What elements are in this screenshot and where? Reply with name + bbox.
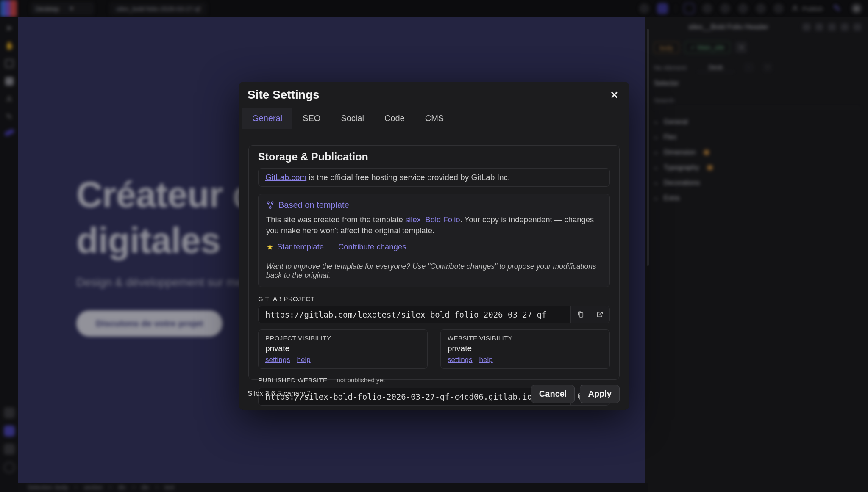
website-settings-link[interactable]: settings — [448, 356, 473, 364]
gitlab-info-box: GitLab.com is the official free hosting … — [258, 168, 610, 187]
tab-social[interactable]: Social — [331, 108, 374, 129]
website-visibility-box: WEBSITE VISIBILITY private settings help — [440, 329, 610, 369]
site-settings-dialog: Site Settings × General SEO Social Code … — [239, 82, 629, 410]
tab-cms[interactable]: CMS — [415, 108, 454, 129]
based-on-template-label: Based on template — [278, 200, 349, 210]
open-external-button[interactable] — [590, 306, 609, 323]
contribute-changes-link[interactable]: Contribute changes — [338, 242, 406, 252]
app-version-text: Silex 3.6.5-canary.7 — [248, 390, 311, 398]
external-link-icon — [596, 310, 604, 318]
project-help-link[interactable]: help — [297, 356, 311, 364]
gitlab-project-url-input[interactable] — [259, 306, 570, 323]
website-help-link[interactable]: help — [479, 356, 493, 364]
copy-button[interactable] — [570, 306, 590, 323]
project-settings-link[interactable]: settings — [265, 356, 290, 364]
fork-icon — [266, 201, 274, 209]
template-description: This site was created from the template … — [266, 214, 602, 237]
gitlab-info-text: is the official free hosting service pro… — [306, 173, 510, 182]
star-icon: ★ — [266, 242, 274, 252]
template-note: Want to improve the template for everyon… — [266, 262, 602, 282]
based-on-template-box: Based on template This site was created … — [258, 194, 610, 287]
dialog-title: Site Settings — [248, 88, 320, 102]
project-visibility-box: PROJECT VISIBILITY private settings help — [258, 329, 428, 369]
tab-seo[interactable]: SEO — [292, 108, 331, 129]
template-description-pre: This site was created from the template — [266, 215, 405, 224]
template-divider — [266, 257, 602, 257]
template-link[interactable]: silex_Bold Folio — [405, 215, 460, 224]
copy-icon — [576, 310, 584, 318]
website-visibility-label: WEBSITE VISIBILITY — [448, 334, 603, 342]
close-icon[interactable]: × — [610, 88, 618, 101]
apply-button[interactable]: Apply — [580, 385, 620, 403]
website-visibility-value: private — [448, 344, 603, 353]
gitlab-com-link[interactable]: GitLab.com — [265, 173, 306, 182]
gitlab-project-url-group — [258, 306, 610, 323]
gitlab-project-label: GITLAB PROJECT — [258, 295, 610, 302]
section-heading: Storage & Publication — [258, 151, 610, 163]
tab-code[interactable]: Code — [374, 108, 415, 129]
project-visibility-value: private — [265, 344, 420, 353]
cancel-button[interactable]: Cancel — [531, 385, 575, 403]
app: Desktop ▾ silex_bold-folio-2026-03-27-qf — [0, 0, 868, 492]
storage-publication-section: Storage & Publication GitLab.com is the … — [248, 145, 620, 380]
tab-general[interactable]: General — [242, 108, 292, 129]
settings-tabs: General SEO Social Code CMS — [242, 108, 454, 129]
project-visibility-label: PROJECT VISIBILITY — [265, 334, 420, 342]
star-template-link[interactable]: Star template — [277, 242, 324, 252]
